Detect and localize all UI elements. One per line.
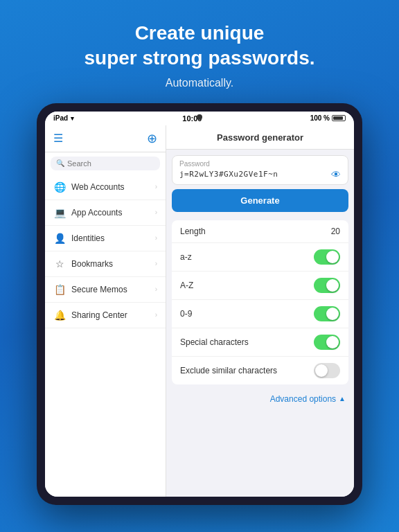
hero-title: Create unique super strong passwords. — [85, 21, 315, 71]
sidebar-header: ☰ ⊕ — [45, 125, 166, 152]
sidebar-item-secure-memos[interactable]: 📋 Secure Memos › — [45, 277, 166, 303]
battery-indicator — [332, 115, 346, 121]
bookmarks-label: Bookmarks — [71, 259, 150, 269]
status-right: 100 % — [310, 114, 346, 122]
search-bar[interactable]: 🔍 — [51, 157, 160, 170]
bookmarks-icon: ☆ — [53, 258, 66, 269]
setting-row-3[interactable]: 0-9 — [172, 300, 348, 328]
setting-row-1[interactable]: a-z — [172, 243, 348, 272]
main-content: ☰ ⊕ 🔍 🌐 Web Accounts › 💻 App Accounts › … — [45, 125, 354, 497]
chevron-right-icon: › — [155, 183, 157, 190]
device-frame: iPad ▾ 10:00 100 % ☰ ⊕ 🔍 — [37, 103, 362, 505]
sidebar-nav: 🌐 Web Accounts › 💻 App Accounts › 👤 Iden… — [45, 175, 166, 497]
toggle-1[interactable] — [314, 249, 340, 265]
sidebar-item-sharing-center[interactable]: 🔔 Sharing Center › — [45, 303, 166, 328]
settings-group: Length 20 a-z A-Z 0-9 Special characters… — [172, 220, 348, 384]
password-value: j=R2wLY3#GXu2GVe1F~n — [179, 170, 278, 179]
right-panel: Password generator Password j=R2wLY3#GXu… — [166, 125, 354, 497]
status-left: iPad ▾ — [53, 114, 74, 122]
toggle-3[interactable] — [314, 306, 340, 321]
hero-section: Create unique super strong passwords. Au… — [57, 0, 343, 103]
search-icon: 🔍 — [56, 159, 64, 167]
setting-label-3: 0-9 — [180, 309, 192, 319]
setting-label-0: Length — [180, 227, 206, 236]
sharing-center-label: Sharing Center — [71, 310, 150, 320]
toggle-4[interactable] — [314, 335, 340, 350]
hamburger-icon[interactable]: ☰ — [53, 132, 63, 145]
sharing-center-icon: 🔔 — [53, 310, 66, 321]
generate-button[interactable]: Generate — [172, 189, 348, 212]
app-accounts-icon: 💻 — [53, 207, 66, 218]
web-accounts-label: Web Accounts — [71, 182, 150, 192]
hero-subtitle: Automatically. — [85, 77, 315, 89]
search-input[interactable] — [67, 159, 154, 168]
setting-row-2[interactable]: A-Z — [172, 272, 348, 300]
device-screen: iPad ▾ 10:00 100 % ☰ ⊕ 🔍 — [45, 112, 354, 497]
panel-header: Password generator — [166, 125, 354, 150]
password-section: Password j=R2wLY3#GXu2GVe1F~n 👁 — [172, 155, 348, 185]
chevron-right-icon: › — [155, 285, 157, 293]
setting-label-5: Exclude similar characters — [180, 366, 277, 375]
advanced-options-label[interactable]: Advanced options — [270, 394, 336, 404]
wifi-icon: ▾ — [71, 115, 74, 122]
setting-row-0: Length 20 — [172, 220, 348, 243]
add-icon[interactable]: ⊕ — [147, 131, 157, 146]
panel-body: Password j=R2wLY3#GXu2GVe1F~n 👁 Generate… — [166, 150, 354, 497]
sidebar: ☰ ⊕ 🔍 🌐 Web Accounts › 💻 App Accounts › … — [45, 125, 166, 497]
sidebar-item-app-accounts[interactable]: 💻 App Accounts › — [45, 200, 166, 226]
web-accounts-icon: 🌐 — [53, 181, 66, 193]
toggle-2[interactable] — [314, 278, 340, 293]
chevron-right-icon: › — [155, 311, 157, 319]
sidebar-item-identities[interactable]: 👤 Identities › — [45, 226, 166, 251]
battery-label: 100 % — [310, 114, 330, 122]
chevron-right-icon: › — [155, 209, 157, 216]
password-label: Password — [179, 160, 341, 168]
eye-icon[interactable]: 👁 — [331, 169, 341, 180]
setting-label-2: A-Z — [180, 281, 193, 290]
chevron-right-icon: › — [155, 260, 157, 267]
setting-label-1: a-z — [180, 252, 192, 262]
toggle-5[interactable] — [314, 363, 340, 378]
setting-value-0: 20 — [331, 227, 340, 236]
setting-row-5[interactable]: Exclude similar characters — [172, 357, 348, 384]
advanced-options-row[interactable]: Advanced options ▲ — [166, 389, 354, 409]
secure-memos-icon: 📋 — [53, 284, 66, 295]
device-label: iPad — [53, 114, 68, 122]
setting-row-4[interactable]: Special characters — [172, 328, 348, 357]
sidebar-item-bookmarks[interactable]: ☆ Bookmarks › — [45, 251, 166, 277]
chevron-up-icon: ▲ — [339, 395, 346, 402]
secure-memos-label: Secure Memos — [71, 285, 150, 294]
identities-label: Identities — [71, 233, 150, 243]
chevron-right-icon: › — [155, 234, 157, 242]
setting-label-4: Special characters — [180, 337, 249, 347]
device-camera — [197, 114, 202, 120]
identities-icon: 👤 — [53, 233, 66, 244]
panel-title: Password generator — [217, 132, 303, 143]
app-accounts-label: App Accounts — [71, 208, 150, 218]
sidebar-item-web-accounts[interactable]: 🌐 Web Accounts › — [45, 175, 166, 200]
password-value-row: j=R2wLY3#GXu2GVe1F~n 👁 — [179, 169, 341, 180]
